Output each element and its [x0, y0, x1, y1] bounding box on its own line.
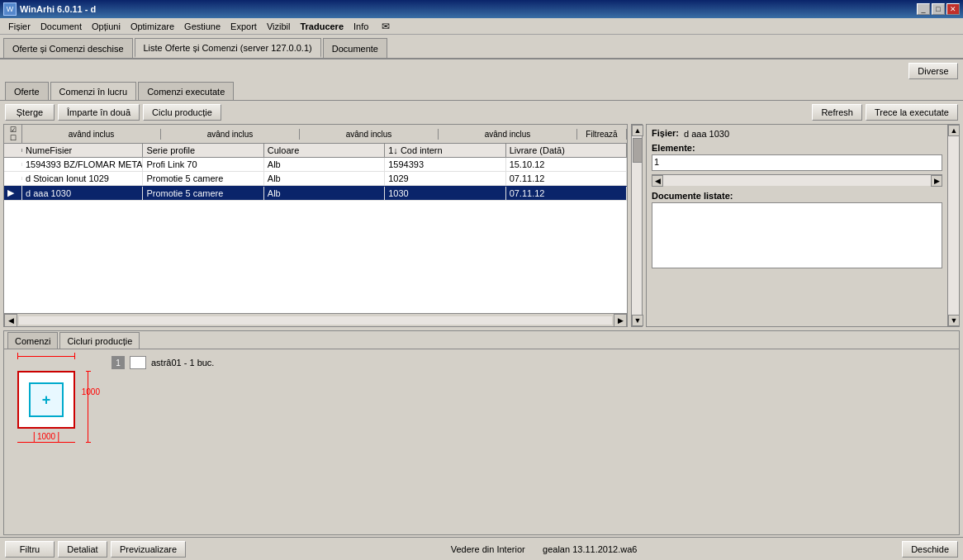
imparte-button[interactable]: Împarte în două	[58, 104, 140, 121]
dim-right-label: 1000	[82, 387, 100, 396]
refresh-button[interactable]: Refresh	[812, 104, 862, 121]
table-row[interactable]: 1594393 BZ/FLOMAR METAL/28/Bogdan Profi …	[4, 158, 627, 172]
row-name-0: 1594393 BZ/FLOMAR METAL/28/Bogdan	[22, 158, 143, 171]
v-scrollbar: ▲ ▼	[631, 124, 643, 327]
dim-bottom: | 1000 |	[17, 430, 75, 442]
documente-listate-area	[652, 202, 942, 268]
diagram-wrapper: 1000 + | 1000 |	[17, 371, 75, 443]
v-scroll-thumb[interactable]	[633, 138, 643, 163]
title-bar-text: WinArhi 6.0.11 - d	[20, 4, 96, 14]
status-bar-left: Filtru Detaliat Previzualizare	[5, 541, 186, 558]
tab-liste-oferte-comenzi[interactable]: Liste Oferte și Comenzi (server 127.0.0.…	[135, 38, 321, 58]
col-serie[interactable]: Serie profile	[143, 144, 263, 157]
tab-comenzi[interactable]: Comenzi	[7, 332, 58, 349]
dim-right-line	[88, 371, 88, 443]
row-serie-0: Profi Link 70	[143, 158, 263, 171]
menu-bar: Fișier Document Opțiuni Optimizare Gesti…	[0, 18, 963, 35]
app-icon: W	[3, 2, 17, 16]
dim-bottom-line-row	[17, 442, 75, 443]
tab-oferte-comenzi-deschise[interactable]: Oferte și Comenzi deschise	[3, 38, 133, 58]
filter-col3[interactable]: având inclus	[300, 129, 439, 140]
v-scroll-up-button[interactable]: ▲	[632, 125, 643, 136]
item-label: astrâ01 - 1 buc.	[151, 358, 214, 368]
menu-info[interactable]: Info	[349, 20, 373, 33]
item-num: 1	[111, 356, 125, 369]
menu-email-icon[interactable]: ✉	[377, 19, 395, 34]
item-area: 1 astrâ01 - 1 buc.	[108, 354, 217, 379]
menu-optiuni[interactable]: Opțiuni	[87, 20, 126, 33]
filter-cell-check: ☑☐	[4, 125, 22, 143]
row-arrow-2: ▶	[4, 186, 22, 200]
elemente-scroll-track[interactable]	[663, 175, 931, 186]
table-row[interactable]: ▶ d aaa 1030 Promotie 5 camere Alb 1030 …	[4, 186, 627, 201]
status-bar: Filtru Detaliat Previzualizare Vedere di…	[0, 537, 963, 560]
row-livrare-1: 07.11.12	[506, 172, 627, 185]
sterge-button[interactable]: Șterge	[5, 104, 55, 121]
bottom-section: Comenzi Cicluri producție 1000	[3, 330, 960, 535]
filtru-button[interactable]: Filtru	[5, 541, 55, 558]
row-name-1: d Stoican Ionut 1029	[22, 172, 143, 185]
previzualizare-button[interactable]: Previzualizare	[111, 541, 186, 558]
deschide-button[interactable]: Deschide	[902, 541, 958, 558]
close-button[interactable]: ✕	[946, 3, 960, 15]
menu-vizibil[interactable]: Vizibil	[262, 20, 296, 33]
title-bar-left: W WinArhi 6.0.11 - d	[3, 2, 96, 16]
filter-col1[interactable]: având inclus	[22, 129, 161, 140]
table-row[interactable]: d Stoican Ionut 1029 Promotie 5 camere A…	[4, 172, 627, 186]
elemente-scroll-left[interactable]: ◀	[652, 175, 663, 187]
v-scroll-down-button[interactable]: ▼	[632, 315, 643, 326]
menu-export[interactable]: Export	[225, 20, 262, 33]
col-livrare[interactable]: Livrare (Dată)	[506, 144, 627, 157]
row-cod-1: 1029	[385, 172, 505, 185]
menu-document[interactable]: Document	[36, 20, 87, 33]
row-check-0	[4, 163, 22, 166]
tab-comenzi-executate[interactable]: Comenzi executate	[138, 82, 234, 100]
filtreaza-button[interactable]: Filtrează	[577, 129, 627, 140]
menu-traducere[interactable]: Traducere	[295, 20, 349, 33]
fisier-label: Fișier:	[652, 128, 679, 138]
maximize-button[interactable]: □	[932, 3, 945, 15]
filter-col2[interactable]: având inclus	[161, 129, 300, 140]
trece-executate-button[interactable]: Trece la executate	[866, 104, 958, 121]
right-scroll-track[interactable]	[948, 136, 959, 315]
tab-oferte[interactable]: Oferte	[5, 82, 49, 100]
right-scroll-up[interactable]: ▲	[948, 125, 960, 136]
left-panel: ☑☐ având inclus având inclus având inclu…	[3, 124, 628, 327]
fisier-value: d aaa 1030	[682, 128, 731, 140]
menu-optimizare[interactable]: Optimizare	[126, 20, 179, 33]
minimize-button[interactable]: _	[917, 3, 930, 15]
action-bar-left: Șterge Împarte în două Ciclu producție	[5, 104, 221, 121]
menu-fisier[interactable]: Fișier	[3, 20, 36, 33]
col-codintern[interactable]: 1↓ Cod intern	[385, 144, 505, 157]
tab-documente[interactable]: Documente	[323, 38, 387, 58]
menu-gestiune[interactable]: Gestiune	[179, 20, 225, 33]
elemente-scroll-right[interactable]: ▶	[931, 175, 942, 187]
row-culoare-0: Alb	[264, 158, 385, 171]
status-bar-right: Deschide	[902, 541, 958, 558]
scroll-right-button[interactable]: ▶	[614, 314, 627, 327]
dim-bottom-label: 1000	[37, 432, 55, 441]
content-split: ☑☐ având inclus având inclus având inclu…	[3, 124, 960, 327]
filter-col4[interactable]: având inclus	[439, 129, 577, 140]
tab-cicluri-productie[interactable]: Cicluri producție	[59, 332, 140, 349]
right-panel: Fișier: d aaa 1030 Elemente: 1 ◀ ▶ Docum…	[646, 124, 960, 327]
scroll-left-button[interactable]: ◀	[4, 314, 17, 327]
row-culoare-1: Alb	[264, 172, 385, 185]
title-bar-controls: _ □ ✕	[917, 3, 960, 15]
tab-comenzi-lucru[interactable]: Comenzi în lucru	[50, 82, 137, 100]
right-scroll-down[interactable]: ▼	[948, 315, 960, 326]
detaliat-button[interactable]: Detaliat	[58, 541, 107, 558]
col-culoare[interactable]: Culoare	[264, 144, 385, 157]
h-scroll-track[interactable]	[19, 316, 612, 325]
row-serie-2: Promotie 5 camere	[143, 187, 263, 200]
ciclu-productie-button[interactable]: Ciclu producție	[143, 104, 221, 121]
diverse-button[interactable]: Diverse	[908, 63, 958, 79]
dim-top-line	[17, 356, 75, 357]
row-check-1	[4, 177, 22, 180]
bottom-tabs: Comenzi Cicluri producție	[4, 331, 959, 349]
elemente-list: 1	[652, 154, 942, 171]
col-numefisier[interactable]: NumeFisier	[22, 144, 143, 157]
top-tabs: Oferte și Comenzi deschise Liste Oferte …	[0, 35, 963, 59]
row-livrare-0: 15.10.12	[506, 158, 627, 171]
right-panel-vscroll: ▲ ▼	[947, 125, 959, 326]
